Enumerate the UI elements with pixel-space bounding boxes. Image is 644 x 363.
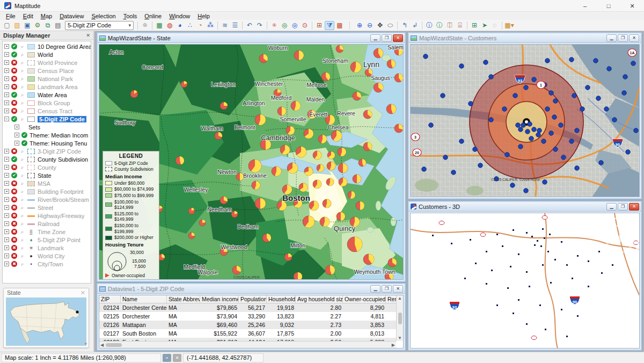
layer-hidden-icon[interactable]: ✖ (11, 76, 17, 82)
autoscale-icon[interactable]: ⌕ (19, 43, 25, 50)
collapse-icon[interactable]: − (4, 117, 9, 121)
menu-dataview[interactable]: Dataview (56, 13, 87, 19)
threed-close-button[interactable]: ✕ (629, 203, 639, 210)
layer-item-street[interactable]: +✖⌕Street (3, 204, 91, 212)
expand-icon[interactable]: + (4, 245, 9, 250)
autoscale-icon[interactable]: ⌕ (19, 84, 25, 90)
layer-style-swatch[interactable] (27, 157, 35, 162)
layer-style-swatch[interactable] (27, 108, 35, 114)
layer-hidden-icon[interactable]: ✖ (11, 180, 17, 186)
autoscale-icon[interactable]: ⌕ (19, 68, 25, 74)
zoom-in-icon[interactable]: ⊕ (355, 21, 364, 30)
layer-hidden-icon[interactable]: ✖ (11, 253, 17, 259)
info-multi-icon[interactable]: ⓘ (435, 21, 444, 30)
layer-item-world-province[interactable]: +✖⌕World Province (3, 59, 91, 67)
layer-style-swatch[interactable] (27, 84, 35, 90)
pan-hand-icon[interactable]: ✥ (375, 21, 385, 30)
expand-icon[interactable]: + (14, 125, 19, 129)
layer-item-landmark-area[interactable]: +✖⌕Landmark Area (3, 83, 91, 91)
expand-icon[interactable]: + (4, 165, 9, 170)
state-map-restore-button[interactable]: ❐ (382, 34, 392, 42)
autoscale-icon[interactable]: ⌕ (19, 180, 25, 187)
ring-buffer-icon[interactable]: ◎ (290, 21, 299, 30)
layer-hidden-icon[interactable]: ✖ (11, 221, 17, 227)
menu-edit[interactable]: Edit (19, 13, 37, 19)
layer-item-county[interactable]: +✖⌕County (3, 163, 91, 171)
layer-style-swatch[interactable] (27, 205, 35, 210)
autoscale-icon[interactable]: ⌕ (19, 92, 25, 98)
export-icon[interactable]: ⧉ (43, 21, 53, 30)
menu-online[interactable]: Online (141, 13, 165, 19)
layer-item-river-brook-stream[interactable]: +✖⌕River/Brook/Stream (3, 195, 91, 204)
layer-item-building-footprint[interactable]: +✖⌕Building Footprint (3, 187, 91, 195)
autoscale-icon[interactable]: ⌕ (19, 221, 25, 227)
open-folder-icon[interactable]: ▨ (12, 21, 22, 30)
dataview-header-row[interactable]: ZIPNameState AbbrevMedian incomePopulati… (99, 295, 396, 303)
layer-item-time-zone[interactable]: +✖⌕⣿Time Zone (3, 228, 91, 236)
layer-item-landmark[interactable]: +✖⌕✳Landmark (3, 244, 91, 252)
expand-icon[interactable]: + (4, 157, 9, 162)
layer-visible-icon[interactable]: ✔ (11, 116, 17, 122)
column-header-renter-occupied[interactable]: Renter-occupied (386, 295, 396, 303)
layer-item-msa[interactable]: +✖⌕MSA (3, 179, 91, 187)
layer-hidden-icon[interactable]: ✖ (11, 148, 17, 154)
previous-view-icon[interactable]: ↲ (410, 21, 420, 30)
autoscale-icon[interactable]: ⌕ (19, 148, 25, 155)
layer-style-swatch[interactable] (27, 189, 35, 194)
expand-icon[interactable]: + (4, 92, 9, 97)
maximize-button[interactable]: □ (597, 0, 620, 12)
autoscale-icon[interactable]: ⌕ (19, 229, 25, 235)
expand-icon[interactable]: + (4, 68, 9, 73)
layer-item-5-digit-zip-point[interactable]: +✖⌕♦5-Digit ZIP Point (3, 236, 91, 244)
autoscale-icon[interactable]: ⌕ (19, 100, 25, 106)
autoscale-icon[interactable]: ⌕ (19, 197, 25, 203)
dataview-hscrollbar[interactable]: ◀ ▶ (99, 341, 396, 348)
layer-style-swatch[interactable] (27, 221, 35, 227)
layer-hidden-icon[interactable]: ✖ (11, 197, 17, 202)
toolbox-icon[interactable]: ⍓ (455, 21, 465, 30)
menu-selection[interactable]: Selection (87, 13, 119, 19)
expand-icon[interactable]: + (4, 173, 9, 178)
undo-icon[interactable]: ↶ (245, 21, 254, 30)
layer-hidden-icon[interactable]: ✖ (11, 84, 17, 90)
expand-icon[interactable]: + (4, 44, 9, 49)
expand-icon[interactable]: + (4, 100, 9, 105)
column-header-avg-household-size[interactable]: Avg household size (296, 295, 343, 303)
lasso-icon[interactable]: ◌ (490, 21, 500, 30)
dot-density-icon[interactable]: ∴ (185, 21, 195, 30)
autoscale-icon[interactable]: ⌕ (19, 116, 25, 122)
us-overview-map[interactable] (6, 297, 86, 346)
autoscale-icon[interactable]: ⌕ (19, 188, 25, 195)
layer-hidden-icon[interactable]: ✖ (11, 100, 17, 106)
customers-restore-button[interactable]: ❐ (618, 34, 628, 42)
expand-icon[interactable]: + (4, 84, 9, 89)
layer-visible-icon[interactable]: ✔ (11, 52, 17, 57)
expand-icon[interactable]: + (4, 197, 9, 202)
autoscale-icon[interactable]: ⌕ (19, 172, 25, 179)
layer-style-swatch[interactable] (27, 165, 35, 170)
layer-style-swatch[interactable] (27, 76, 35, 82)
layer-style-swatch[interactable] (27, 100, 35, 106)
expand-icon[interactable]: + (4, 262, 9, 266)
layer-style-swatch[interactable] (27, 68, 35, 74)
column-header-owner-occupied[interactable]: Owner-occupied (343, 295, 386, 303)
layer-hidden-icon[interactable]: ✖ (11, 164, 17, 170)
layer-item-county-subdivision[interactable]: +✔⌕County Subdivision (3, 155, 91, 163)
dataview-vscrollbar[interactable]: ▲ ▼ (396, 295, 403, 341)
customers-close-button[interactable]: ✕ (629, 34, 639, 42)
layer-item-block-group[interactable]: +✖⌕Block Group (3, 99, 91, 107)
overview-close-icon[interactable]: ✕ (80, 289, 85, 296)
threed-minimize-button[interactable]: ▁ (606, 203, 617, 210)
table-row-02124[interactable]: 02124Dorchester CenterMA$79,86556,21719,… (99, 303, 396, 312)
layer-visible-icon[interactable]: ✔ (21, 132, 27, 138)
expand-icon[interactable]: + (4, 229, 9, 234)
layer-visible-icon[interactable]: ✔ (11, 156, 17, 162)
ellipse-select-icon[interactable]: ⬭ (385, 21, 395, 30)
expand-status-button[interactable]: » (163, 354, 171, 362)
layer-style-swatch[interactable]: ⣿ (27, 229, 35, 235)
layer-item-theme-median-incom[interactable]: +✔Theme: Median Incom (3, 131, 91, 139)
state-map-minimize-button[interactable]: ▁ (370, 34, 380, 42)
layer-item-railroad[interactable]: +✖⌕Railroad (3, 220, 91, 228)
column-header-households[interactable]: Households (267, 295, 296, 303)
autoscale-icon[interactable]: ⌕ (19, 253, 25, 259)
